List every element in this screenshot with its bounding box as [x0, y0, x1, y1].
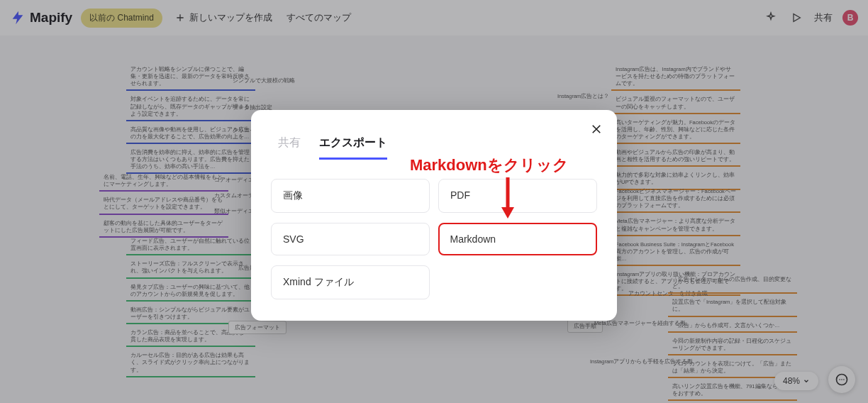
close-icon [590, 123, 603, 136]
export-modal: 共有 エクスポート 画像 PDF SVG Markdown Xmind ファイル [251, 110, 617, 321]
export-option-svg[interactable]: SVG [271, 223, 430, 255]
export-option-image[interactable]: 画像 [271, 179, 430, 213]
tab-export[interactable]: エクスポート [319, 136, 387, 160]
tab-share[interactable]: 共有 [278, 136, 301, 160]
export-option-pdf[interactable]: PDF [438, 179, 597, 213]
modal-close-button[interactable] [587, 120, 606, 138]
modal-tabs: 共有 エクスポート [278, 136, 597, 160]
export-options: 画像 PDF SVG Markdown Xmind ファイル [271, 179, 597, 299]
export-option-xmind[interactable]: Xmind ファイル [271, 265, 430, 299]
export-option-markdown[interactable]: Markdown [438, 223, 597, 255]
